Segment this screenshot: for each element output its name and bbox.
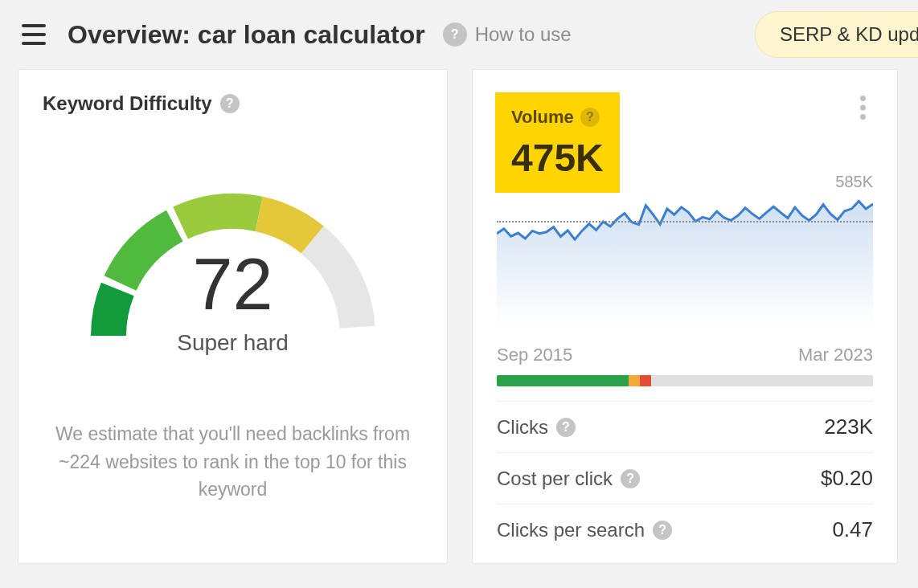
update-status-pill[interactable]: SERP & KD updated: [755, 11, 918, 58]
stat-row-cps: Clicks per search ? 0.47: [497, 504, 873, 555]
stat-value: 0.47: [832, 517, 873, 542]
how-to-use-label: How to use: [475, 23, 572, 46]
stat-row-cpc: Cost per click ? $0.20: [497, 452, 873, 504]
chart-date-range: Sep 2015 Mar 2023: [497, 345, 873, 365]
kd-heading-text: Keyword Difficulty: [43, 92, 212, 115]
more-options-button[interactable]: [850, 96, 875, 120]
stat-row-clicks: Clicks ? 223K: [497, 401, 873, 452]
help-icon[interactable]: ?: [653, 521, 672, 540]
chart-date-end: Mar 2023: [798, 345, 873, 365]
help-icon[interactable]: ?: [580, 108, 600, 127]
svg-point-2: [860, 114, 866, 120]
keyword-difficulty-card: Keyword Difficulty ? 72 Super hard We es…: [18, 69, 448, 564]
volume-segment-bar: [497, 375, 873, 386]
kd-label: Super hard: [80, 330, 386, 356]
kd-score: 72: [80, 243, 386, 326]
help-icon[interactable]: ?: [621, 469, 640, 488]
svg-point-1: [860, 105, 866, 111]
how-to-use-link[interactable]: ? How to use: [443, 22, 572, 47]
volume-label: Volume: [511, 107, 574, 128]
stat-value: 223K: [824, 414, 873, 439]
chart-average-line: [497, 221, 873, 223]
page-header: Overview: car loan calculator ? How to u…: [0, 0, 918, 69]
chart-date-start: Sep 2015: [497, 345, 572, 365]
more-vertical-icon: [860, 96, 866, 120]
kd-gauge: 72 Super hard: [80, 155, 386, 364]
stat-label: Clicks: [497, 416, 548, 439]
chart-max-label: 585K: [835, 173, 873, 191]
volume-badge: Volume ? 475K: [495, 92, 620, 193]
kd-heading: Keyword Difficulty ?: [43, 92, 423, 115]
volume-stats: Clicks ? 223K Cost per click ? $0.20 Cli…: [497, 401, 873, 555]
menu-icon[interactable]: [18, 18, 50, 51]
svg-point-0: [860, 96, 866, 101]
help-icon: ?: [443, 22, 467, 47]
kd-footer-text: We estimate that you'll need backlinks f…: [43, 420, 423, 504]
help-icon[interactable]: ?: [220, 94, 240, 113]
page-title: Overview: car loan calculator: [68, 20, 425, 50]
volume-value: 475K: [511, 136, 604, 180]
help-icon[interactable]: ?: [556, 418, 576, 437]
stat-label: Cost per click: [497, 468, 613, 490]
volume-card: Volume ? 475K 585K: [472, 69, 898, 564]
cards-row: Keyword Difficulty ? 72 Super hard We es…: [0, 69, 918, 564]
stat-label: Clicks per search: [497, 519, 645, 541]
volume-trend-chart: 585K: [497, 197, 873, 341]
stat-value: $0.20: [821, 466, 873, 491]
